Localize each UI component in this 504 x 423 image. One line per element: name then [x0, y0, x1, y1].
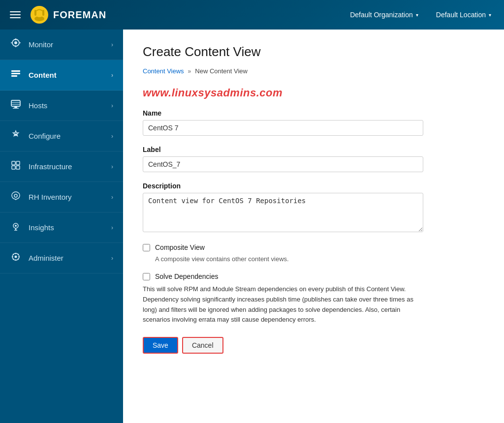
content-chevron-icon: › [111, 72, 113, 79]
svg-rect-13 [11, 75, 17, 77]
page-title: Create Content View [143, 44, 484, 60]
breadcrumb-current: New Content View [195, 67, 248, 75]
svg-rect-20 [12, 161, 15, 165]
solve-dependencies-text: Solve Dependencies [155, 272, 218, 280]
label-input[interactable] [143, 156, 423, 172]
sidebar-item-administer-label: Administer [29, 254, 104, 262]
org-chevron-icon: ▾ [416, 12, 418, 18]
description-textarea[interactable]: Content view for CentOS 7 Repositories [143, 193, 423, 232]
logo-link[interactable]: FOREMAN [31, 6, 106, 24]
svg-point-24 [14, 194, 17, 197]
sidebar-item-content[interactable]: Content › [0, 60, 123, 91]
label-field-group: Label [143, 146, 484, 172]
rh-inventory-chevron-icon: › [111, 194, 113, 201]
hosts-chevron-icon: › [111, 102, 113, 109]
svg-rect-12 [11, 73, 20, 74]
description-label: Description [143, 182, 484, 190]
name-label: Name [143, 109, 484, 117]
sidebar-item-insights-label: Insights [29, 223, 104, 232]
sidebar-item-rh-inventory-label: RH Inventory [29, 193, 104, 201]
loc-label: Default Location [436, 11, 486, 19]
breadcrumb-separator: » [188, 68, 191, 75]
composite-view-label[interactable]: Composite View [143, 243, 484, 251]
sidebar-item-configure[interactable]: Configure › [0, 121, 123, 151]
svg-point-30 [15, 256, 17, 258]
composite-view-checkbox[interactable] [143, 244, 150, 251]
svg-rect-3 [34, 10, 36, 16]
sidebar-item-monitor-label: Monitor [29, 40, 104, 49]
svg-point-28 [15, 225, 17, 227]
svg-point-6 [14, 41, 17, 44]
loc-chevron-icon: ▾ [489, 12, 491, 18]
insights-icon [10, 221, 22, 234]
infrastructure-chevron-icon: › [111, 163, 113, 170]
administer-icon [10, 252, 22, 264]
sidebar-item-monitor[interactable]: Monitor › [0, 30, 123, 60]
sidebar-item-content-label: Content [29, 71, 104, 79]
svg-rect-14 [11, 100, 20, 106]
solve-dependencies-group: Solve Dependencies [143, 272, 484, 280]
svg-point-19 [15, 134, 17, 136]
foreman-logo-icon [31, 6, 48, 24]
configure-icon [10, 130, 22, 142]
hosts-icon [10, 99, 22, 112]
infrastructure-icon [10, 160, 22, 173]
monitor-icon [10, 38, 22, 51]
name-field-group: Name [143, 109, 484, 136]
breadcrumb-link[interactable]: Content Views [143, 67, 184, 75]
solve-dependencies-checkbox[interactable] [143, 273, 150, 280]
form-actions: Save Cancel [143, 337, 484, 354]
org-selector[interactable]: Default Organization ▾ [345, 8, 423, 22]
svg-rect-22 [12, 166, 15, 169]
watermark-text: www.linuxsysadmins.com [143, 87, 484, 99]
monitor-chevron-icon: › [111, 41, 113, 48]
label-label: Label [143, 146, 484, 153]
svg-rect-21 [16, 161, 20, 165]
main-content: Create Content View Content Views » New … [123, 30, 504, 423]
cancel-button[interactable]: Cancel [182, 337, 223, 354]
hamburger-button[interactable] [8, 9, 23, 20]
svg-rect-11 [11, 70, 20, 72]
sidebar-item-infrastructure-label: Infrastructure [29, 162, 104, 171]
configure-chevron-icon: › [111, 133, 113, 140]
sidebar-item-insights[interactable]: Insights › [0, 212, 123, 243]
org-label: Default Organization [350, 11, 413, 19]
insights-chevron-icon: › [111, 224, 113, 231]
description-field-group: Description Content view for CentOS 7 Re… [143, 182, 484, 234]
sidebar: Monitor › Content › [0, 30, 123, 423]
topnav: FOREMAN Default Organization ▾ Default L… [0, 0, 504, 30]
name-input[interactable] [143, 120, 423, 136]
sidebar-item-hosts[interactable]: Hosts › [0, 91, 123, 121]
composite-view-help: A composite view contains other content … [155, 255, 484, 263]
administer-chevron-icon: › [111, 255, 113, 262]
breadcrumb: Content Views » New Content View [143, 67, 484, 75]
sidebar-item-configure-label: Configure [29, 132, 104, 140]
content-icon [10, 69, 22, 81]
sidebar-item-infrastructure[interactable]: Infrastructure › [0, 151, 123, 182]
save-button[interactable]: Save [143, 337, 178, 354]
sidebar-item-administer[interactable]: Administer › [0, 243, 123, 273]
composite-view-text: Composite View [155, 243, 205, 251]
loc-selector[interactable]: Default Location ▾ [431, 8, 496, 22]
sidebar-item-rh-inventory[interactable]: RH Inventory › [0, 182, 123, 212]
logo-text: FOREMAN [53, 9, 106, 21]
sidebar-item-hosts-label: Hosts [29, 101, 104, 110]
composite-view-group: Composite View [143, 243, 484, 251]
rh-inventory-icon [10, 191, 22, 203]
solve-dependencies-label[interactable]: Solve Dependencies [143, 272, 484, 280]
svg-rect-4 [42, 10, 44, 16]
solve-dependencies-help: This will solve RPM and Module Stream de… [143, 284, 423, 325]
svg-rect-23 [16, 166, 20, 169]
